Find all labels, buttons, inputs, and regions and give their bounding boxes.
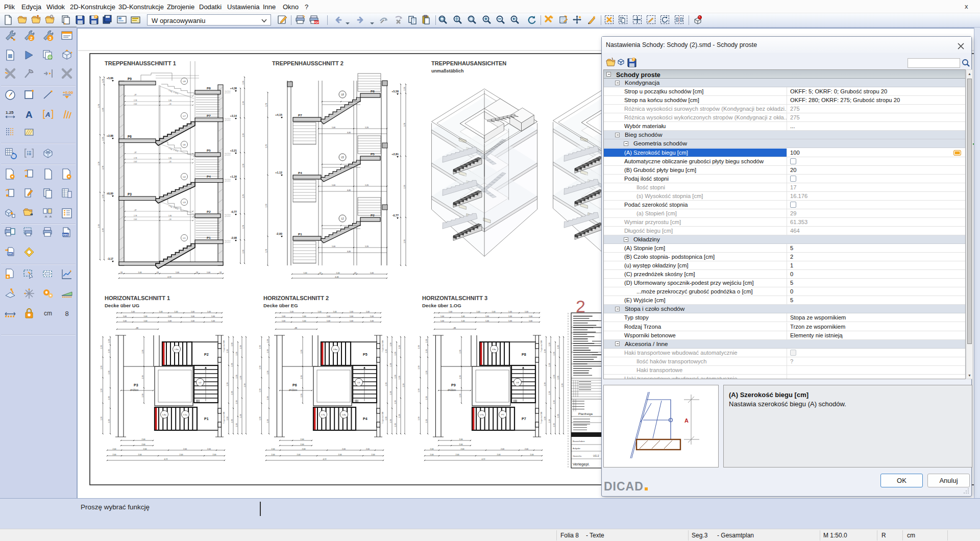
- svg-text:2,78: 2,78: [390, 363, 392, 367]
- svg-text:2,78: 2,78: [108, 420, 110, 423]
- svg-text:2,78: 2,78: [102, 137, 104, 141]
- svg-text:1,00: 1,00: [508, 311, 512, 313]
- svg-text:1,00: 1,00: [350, 315, 353, 317]
- svg-text:P8: P8: [207, 86, 211, 90]
- svg-text:unmaßstäblich: unmaßstäblich: [431, 68, 464, 73]
- svg-text:2,00: 2,00: [301, 438, 304, 440]
- svg-text:2,78: 2,78: [242, 81, 244, 85]
- svg-text:1,00: 1,00: [529, 315, 532, 317]
- svg-text:P6: P6: [128, 135, 132, 138]
- svg-text:2,78: 2,78: [142, 376, 144, 379]
- svg-text:1,00: 1,00: [131, 311, 135, 313]
- svg-text:+4,15: +4,15: [275, 113, 282, 116]
- svg-text:1,00: 1,00: [144, 315, 148, 317]
- svg-text:2,78: 2,78: [549, 363, 551, 367]
- svg-text:Planfreiga: Planfreiga: [578, 412, 593, 415]
- svg-text:-,87: -,87: [134, 94, 137, 96]
- svg-text:2,78: 2,78: [301, 350, 303, 354]
- svg-text:?: ?: [633, 58, 635, 61]
- svg-text:+1,16: +1,16: [230, 175, 237, 178]
- svg-text:2,00: 2,00: [272, 454, 275, 456]
- svg-text:1,00: 1,00: [492, 311, 496, 313]
- svg-text:2,78: 2,78: [553, 401, 555, 404]
- svg-text:2,78: 2,78: [426, 420, 428, 423]
- svg-text:2,78: 2,78: [399, 376, 401, 380]
- svg-text:HORIZONTALSCHNITT 3: HORIZONTALSCHNITT 3: [422, 295, 487, 301]
- svg-text:1,00: 1,00: [461, 315, 465, 317]
- svg-text:2,78: 2,78: [240, 414, 242, 418]
- svg-text:2,78: 2,78: [553, 352, 555, 356]
- svg-text:TREPPENHAUSSCHNITT 2: TREPPENHAUSSCHNITT 2: [272, 60, 344, 66]
- svg-text:2,78: 2,78: [418, 417, 420, 421]
- svg-text:P5: P5: [371, 152, 375, 156]
- svg-text:4,40: 4,40: [347, 189, 351, 191]
- svg-text:2,78: 2,78: [265, 204, 267, 208]
- svg-text:2,78: 2,78: [426, 397, 428, 400]
- svg-text:2,78: 2,78: [418, 346, 420, 349]
- svg-text:2,78: 2,78: [259, 417, 261, 421]
- svg-text:L1a: L1a: [183, 413, 187, 416]
- svg-text:A: A: [684, 417, 689, 424]
- svg-text:2,78: 2,78: [267, 350, 269, 353]
- svg-text:P9: P9: [451, 383, 456, 387]
- svg-text:P7: P7: [522, 417, 526, 421]
- svg-text:2,78: 2,78: [142, 394, 144, 398]
- svg-text:2,78: 2,78: [553, 424, 555, 427]
- svg-text:1,00: 1,00: [290, 311, 293, 313]
- svg-text:2,78: 2,78: [101, 366, 103, 370]
- svg-text:+2,81: +2,81: [391, 153, 399, 156]
- svg-text:2,78: 2,78: [301, 376, 303, 379]
- svg-text:P5: P5: [363, 353, 368, 356]
- svg-text:L4a: L4a: [342, 413, 346, 416]
- svg-text:gel.extern: gel.extern: [225, 241, 231, 243]
- svg-text:24: 24: [320, 272, 322, 274]
- svg-text:2,78: 2,78: [265, 144, 267, 148]
- svg-text:+3,14: +3,14: [230, 114, 237, 117]
- svg-text:1,00: 1,00: [477, 311, 480, 313]
- svg-text:2,00: 2,00: [113, 454, 116, 456]
- svg-text:1,00: 1,00: [168, 315, 172, 317]
- svg-text:2,00: 2,00: [272, 448, 275, 450]
- svg-text:2,00: 2,00: [143, 448, 147, 450]
- svg-text:P4: P4: [363, 417, 368, 421]
- svg-text:1,00: 1,00: [138, 272, 142, 274]
- svg-text:DWG: DWG: [7, 253, 13, 255]
- svg-text:2,78: 2,78: [102, 229, 104, 232]
- svg-text:2,78: 2,78: [142, 350, 144, 354]
- svg-text:L9a: L9a: [492, 348, 496, 351]
- svg-text:2,78: 2,78: [267, 397, 269, 400]
- svg-text:+5,58: +5,58: [391, 90, 399, 93]
- svg-text:2,78: 2,78: [236, 424, 238, 427]
- svg-text:2,00: 2,00: [459, 444, 463, 446]
- svg-text:2,78: 2,78: [418, 389, 420, 392]
- svg-text:2,78: 2,78: [395, 401, 397, 404]
- svg-text:Treppenlauf 100: Treppenlauf 100: [541, 340, 543, 352]
- svg-text:2,78: 2,78: [102, 195, 104, 199]
- svg-text:1,00: 1,00: [366, 311, 370, 313]
- svg-text:gel.extern: gel.extern: [225, 180, 231, 182]
- svg-text:+0.00: +0.00: [63, 90, 74, 95]
- svg-text:1,20: 1,20: [365, 184, 369, 186]
- svg-text:L4a: L4a: [162, 413, 166, 416]
- svg-text:-,88: -,88: [135, 327, 138, 329]
- svg-text:2,78: 2,78: [557, 346, 559, 349]
- svg-text:2,78: 2,78: [108, 397, 110, 400]
- svg-text:1,00: 1,00: [123, 315, 127, 317]
- svg-text:Treppenlauf 100: Treppenlauf 100: [382, 412, 384, 424]
- svg-text:2,78: 2,78: [236, 401, 238, 404]
- svg-text:2,78: 2,78: [134, 215, 137, 217]
- svg-text:P2: P2: [207, 210, 211, 213]
- svg-text:HORIZONTALSCHNITT 1: HORIZONTALSCHNITT 1: [105, 295, 170, 301]
- svg-text:2,78: 2,78: [231, 343, 233, 347]
- svg-text:-,24: -,24: [168, 161, 172, 163]
- svg-text:2,78: 2,78: [98, 104, 100, 108]
- svg-text:2,00: 2,00: [302, 448, 306, 450]
- svg-text:4,40: 4,40: [335, 276, 338, 278]
- svg-text:HORIZONTALSCHNITT 2: HORIZONTALSCHNITT 2: [263, 295, 329, 301]
- svg-text:1,00: 1,00: [350, 311, 353, 313]
- svg-text:2,78: 2,78: [231, 363, 233, 367]
- svg-text:1,00: 1,00: [282, 320, 285, 322]
- svg-text:d=20cm: d=20cm: [130, 389, 138, 391]
- svg-text:2,78: 2,78: [98, 225, 100, 228]
- svg-text:1,00: 1,00: [461, 320, 465, 322]
